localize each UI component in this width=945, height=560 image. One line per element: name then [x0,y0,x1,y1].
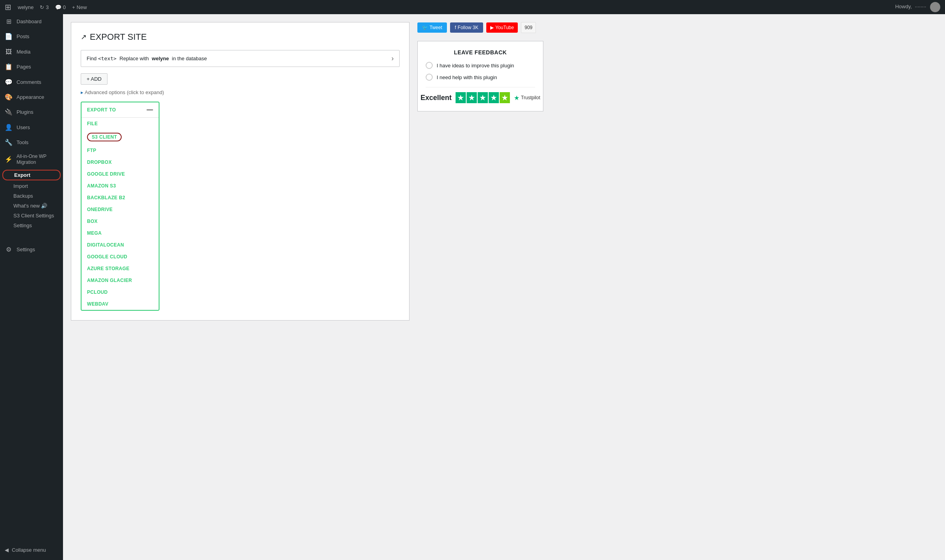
sidebar-item-tools[interactable]: 🔧 Tools [0,135,63,150]
submenu-backups[interactable]: Backups [0,191,63,201]
submenu-whatsnew[interactable]: What's new 🔊 [0,201,63,211]
settings-icon: ⚙ [5,245,13,254]
sidebar-item-media[interactable]: 🖼 Media [0,45,63,59]
export-option-onedrive[interactable]: ONEDRIVE [82,204,159,215]
tools-icon: 🔧 [5,138,13,147]
dashboard-icon: ⊞ [5,17,13,26]
export-option-amazonglacier[interactable]: AMAZON GLACIER [82,274,159,286]
media-icon: 🖼 [5,48,13,56]
s3-client-badge: S3 CLIENT [87,133,122,141]
export-option-digitalocean[interactable]: DIGITALOCEAN [82,239,159,251]
sidebar-item-comments[interactable]: 💬 Comments [0,75,63,90]
posts-icon: 📄 [5,32,13,41]
feedback-box: LEAVE FEEDBACK I have ideas to improve t… [417,41,543,111]
twitter-icon: 🐦 [422,25,428,30]
pages-icon: 📋 [5,63,13,71]
main-panel: ↗ EXPORT SITE Find <text> Replace with w… [71,22,410,321]
export-option-backblaze[interactable]: BACKBLAZE B2 [82,192,159,204]
trustpilot-row: Excellent ★ ★ ★ ★ ★ ★ Trustpilot [426,87,535,103]
export-option-dropbox[interactable]: DROPBOX [82,156,159,168]
sidebar-item-posts[interactable]: 📄 Posts [0,29,63,44]
avatar[interactable] [930,2,940,12]
comment-icon: 💬 [55,4,61,10]
trustpilot-word: Excellent [421,94,452,102]
admin-bar: ⊞ welyne ↻ 3 💬 0 + New Howdy, ········ [0,0,945,14]
export-option-box[interactable]: BOX [82,215,159,227]
trustpilot-icon: ★ [514,94,519,102]
youtube-icon: ▶ [490,25,494,30]
sidebar-item-users[interactable]: 👤 Users [0,120,63,135]
sidebar-item-pages[interactable]: 📋 Pages [0,59,63,74]
social-buttons: 🐦 Tweet f Follow 3K ▶ YouTube 909 [417,22,543,33]
sidebar-widget: 🐦 Tweet f Follow 3K ▶ YouTube 909 LE [417,22,543,321]
sidebar-item-plugins[interactable]: 🔌 Plugins [0,105,63,120]
export-option-googledrive[interactable]: GOOGLE DRIVE [82,168,159,180]
collapse-icon: ◀ [5,547,9,553]
facebook-icon: f [455,25,456,30]
wp-logo-icon[interactable]: ⊞ [5,2,11,12]
find-replace-text: Find <text> Replace with welyne in the d… [87,56,207,61]
feedback-title: LEAVE FEEDBACK [426,49,535,56]
radio-ideas[interactable] [426,62,433,69]
star-4: ★ [489,92,499,103]
feedback-option-help[interactable]: I need help with this plugin [426,74,535,81]
comment-counter[interactable]: 💬 0 [55,4,66,10]
tweet-button[interactable]: 🐦 Tweet [417,22,447,33]
export-dropdown: EXPORT TO — FILE S3 CLIENT FTP DROPBOX [81,102,159,311]
radio-help[interactable] [426,74,433,81]
page-title: ↗ EXPORT SITE [81,32,400,42]
update-icon: ↻ [40,4,44,10]
plus-icon: + [72,4,75,10]
new-content-button[interactable]: + New [72,4,87,10]
export-option-googlecloud[interactable]: GOOGLE CLOUD [82,251,159,263]
export-dropdown-header: EXPORT TO — [82,102,159,118]
export-option-s3client[interactable]: S3 CLIENT [82,130,159,145]
find-replace-bar[interactable]: Find <text> Replace with welyne in the d… [81,50,400,67]
youtube-count: 909 [521,22,536,33]
export-option-ftp[interactable]: FTP [82,145,159,156]
sidebar-item-settings[interactable]: ⚙ Settings [0,242,63,257]
find-replace-arrow-icon[interactable]: › [391,54,394,63]
export-icon: ↗ [81,33,87,41]
star-5: ★ [500,92,510,103]
users-icon: 👤 [5,123,13,132]
appearance-icon: 🎨 [5,93,13,102]
export-option-file[interactable]: FILE [82,118,159,130]
feedback-option-ideas[interactable]: I have ideas to improve this plugin [426,62,535,69]
update-counter[interactable]: ↻ 3 [40,4,48,10]
star-3: ★ [478,92,488,103]
trustpilot-logo[interactable]: ★ Trustpilot [514,94,540,102]
export-option-pcloud[interactable]: PCLOUD [82,286,159,298]
comments-icon: 💬 [5,78,13,87]
export-option-amazons3[interactable]: AMAZON S3 [82,180,159,192]
sidebar: ⊞ Dashboard 📄 Posts 🖼 Media 📋 Pages 💬 Co… [0,14,63,560]
add-button[interactable]: + ADD [81,73,107,85]
site-name[interactable]: welyne [18,4,33,10]
export-option-azurestorage[interactable]: AZURE STORAGE [82,263,159,274]
advanced-options-toggle[interactable]: ▸ Advanced options (click to expand) [81,89,400,95]
sidebar-item-allinone[interactable]: ⚡ All-in-One WP Migration [0,150,63,169]
facebook-follow-button[interactable]: f Follow 3K [450,22,483,33]
submenu-export[interactable]: Export [2,170,61,180]
youtube-button[interactable]: ▶ YouTube [486,22,518,33]
export-option-mega[interactable]: MEGA [82,227,159,239]
collapse-menu-button[interactable]: ◀ Collapse menu [0,544,63,556]
export-option-webdav[interactable]: WEBDAV [82,298,159,310]
trustpilot-stars: ★ ★ ★ ★ ★ [456,92,510,103]
allinone-icon: ⚡ [5,155,13,164]
main-content: ↗ EXPORT SITE Find <text> Replace with w… [63,14,945,560]
submenu-s3settings[interactable]: S3 Client Settings [0,211,63,221]
submenu-settings[interactable]: Settings [0,221,63,230]
plugins-icon: 🔌 [5,108,13,117]
submenu-import[interactable]: Import [0,181,63,191]
sidebar-item-dashboard[interactable]: ⊞ Dashboard [0,14,63,29]
collapse-icon[interactable]: — [147,106,154,113]
sidebar-item-appearance[interactable]: 🎨 Appearance [0,90,63,105]
star-2: ★ [467,92,477,103]
adminbar-right: Howdy, ········ [895,2,940,12]
star-1: ★ [456,92,466,103]
